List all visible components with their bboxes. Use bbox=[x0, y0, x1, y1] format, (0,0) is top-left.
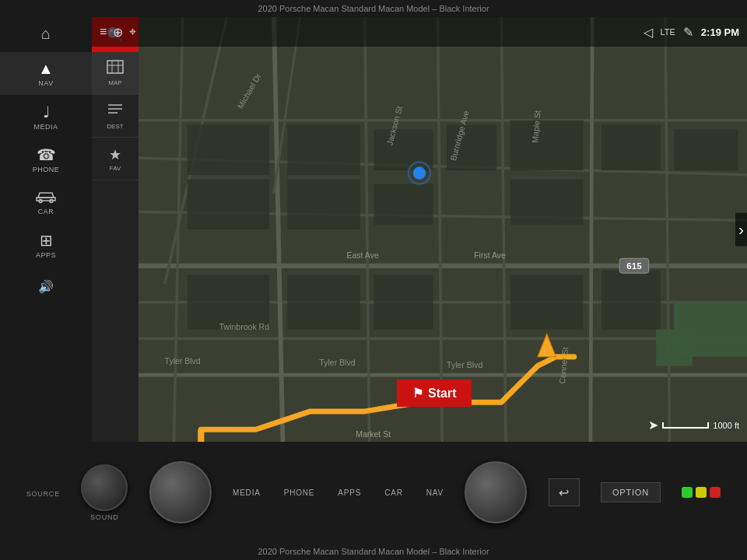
sidebar-item-nav[interactable]: ▲ NAV bbox=[0, 52, 92, 95]
sidebar-item-volume[interactable]: 🔊 bbox=[0, 266, 92, 309]
map-label: MAP bbox=[108, 79, 121, 86]
scale-bar: ➤ 1000 ft bbox=[648, 418, 739, 432]
apps-label: APPS bbox=[36, 251, 56, 259]
svg-line-22 bbox=[591, 17, 592, 442]
bottom-nav-nav[interactable]: NAV bbox=[426, 488, 444, 497]
inner-item-map[interactable]: MAP bbox=[92, 52, 139, 95]
svg-rect-38 bbox=[287, 275, 360, 329]
menu-icon[interactable]: ≡ bbox=[100, 25, 107, 39]
svg-rect-39 bbox=[374, 275, 433, 329]
svg-rect-33 bbox=[188, 180, 269, 229]
watermark-bottom: 2020 Porsche Macan Standard Macan Model … bbox=[0, 543, 747, 560]
inner-sidebar: 🔍 MAP bbox=[92, 17, 139, 442]
start-button[interactable]: ⚑ Start bbox=[397, 380, 472, 407]
time-display: 2:19 PM bbox=[701, 26, 739, 38]
main-knob-group bbox=[149, 461, 212, 523]
main-knob[interactable] bbox=[149, 461, 212, 523]
sidebar-item-media[interactable]: ♩ MEDIA bbox=[0, 95, 92, 138]
svg-text:615: 615 bbox=[626, 261, 642, 271]
toolbar-right: ◁ LTE ✎ 2:19 PM bbox=[644, 25, 740, 40]
svg-rect-2 bbox=[107, 61, 123, 73]
fav-label: FAV bbox=[110, 165, 121, 172]
source-group: SOURCE bbox=[26, 488, 60, 498]
right-knob-group bbox=[465, 461, 527, 523]
bottom-nav-media[interactable]: MEDIA bbox=[233, 488, 261, 497]
svg-text:Tyler Blvd: Tyler Blvd bbox=[319, 358, 355, 367]
svg-rect-35 bbox=[374, 184, 433, 226]
bottom-nav-apps[interactable]: APPS bbox=[338, 488, 361, 497]
nav-icon: ▲ bbox=[38, 60, 54, 78]
svg-text:Twinbrook Rd: Twinbrook Rd bbox=[219, 322, 269, 331]
sidebar-item-car[interactable]: CAR bbox=[0, 180, 92, 223]
fav-icon: ★ bbox=[109, 146, 121, 163]
svg-text:East Ave: East Ave bbox=[346, 250, 378, 260]
bottom-nav-phone[interactable]: PHONE bbox=[284, 488, 315, 497]
sidebar-item-apps[interactable]: ⊞ APPS bbox=[0, 223, 92, 266]
dest-label: DEST bbox=[107, 123, 123, 130]
screen: ⌂ ▲ NAV ♩ MEDIA ☎ PHONE bbox=[0, 17, 747, 543]
map-right-button[interactable]: › bbox=[735, 213, 747, 247]
poi-icon[interactable]: ⌖ bbox=[129, 25, 136, 39]
map-svg: 615 Michael Dr Springvalley Jackson St B… bbox=[92, 17, 747, 442]
led-yellow bbox=[696, 487, 707, 498]
scale-text: 1000 ft bbox=[713, 421, 739, 430]
sound-label: SOUND bbox=[90, 513, 119, 521]
scale-line bbox=[662, 422, 709, 429]
svg-rect-43 bbox=[656, 330, 693, 366]
inner-item-fav[interactable]: ★ FAV bbox=[92, 138, 139, 180]
toolbar-left: ≡ ⊕ ⌖ bbox=[100, 25, 136, 40]
svg-rect-41 bbox=[601, 271, 661, 330]
svg-text:Market St: Market St bbox=[356, 429, 391, 439]
sound-knob[interactable] bbox=[81, 464, 128, 511]
svg-text:Tyler Blvd: Tyler Blvd bbox=[447, 360, 482, 369]
media-label: MEDIA bbox=[33, 123, 58, 131]
apps-icon: ⊞ bbox=[40, 231, 53, 250]
right-knob[interactable] bbox=[465, 461, 527, 523]
watermark-top: 2020 Porsche Macan Standard Macan Model … bbox=[0, 0, 747, 17]
signal-icon: LTE bbox=[661, 27, 675, 37]
map-toolbar: ≡ ⊕ ⌖ ◁ LTE ✎ 2:19 PM bbox=[92, 17, 747, 47]
phone-label: PHONE bbox=[33, 166, 60, 173]
led-green bbox=[682, 487, 693, 498]
nav-label: NAV bbox=[38, 79, 53, 87]
physical-controls: SOURCE SOUND MEDIA PHONE APPS CAR bbox=[0, 442, 747, 543]
svg-rect-34 bbox=[287, 180, 360, 229]
led-red bbox=[710, 487, 721, 498]
option-button[interactable]: OPTION bbox=[601, 482, 661, 502]
svg-text:Tyler Blvd: Tyler Blvd bbox=[165, 356, 201, 366]
infotainment-display: ⌂ ▲ NAV ♩ MEDIA ☎ PHONE bbox=[0, 17, 747, 442]
back-button[interactable]: ↩ bbox=[549, 478, 580, 506]
svg-text:First Ave: First Ave bbox=[474, 250, 506, 260]
car-icon bbox=[35, 188, 57, 206]
bottom-nav-car[interactable]: CAR bbox=[384, 488, 403, 497]
nav-sidebar: ⌂ ▲ NAV ♩ MEDIA ☎ PHONE bbox=[0, 17, 92, 442]
compass-icon: ➤ bbox=[648, 418, 658, 432]
media-icon: ♩ bbox=[43, 103, 50, 121]
bottom-nav-labels: MEDIA PHONE APPS CAR NAV bbox=[233, 488, 444, 497]
start-flag-icon: ⚑ bbox=[412, 386, 423, 401]
svg-rect-31 bbox=[601, 125, 661, 170]
svg-rect-26 bbox=[188, 125, 269, 175]
led-indicators bbox=[682, 487, 721, 498]
svg-point-59 bbox=[413, 166, 426, 179]
route-icon[interactable]: ◁ bbox=[644, 25, 653, 40]
phone-icon: ☎ bbox=[37, 145, 56, 164]
svg-rect-30 bbox=[510, 121, 584, 170]
sidebar-item-home[interactable]: ⌂ bbox=[0, 17, 92, 52]
map-icon bbox=[107, 60, 124, 78]
back-icon: ↩ bbox=[559, 485, 569, 500]
source-label: SOURCE bbox=[26, 490, 60, 498]
inner-item-dest[interactable]: DEST bbox=[92, 95, 139, 138]
dest-icon bbox=[107, 102, 124, 121]
svg-rect-36 bbox=[510, 180, 584, 225]
layers-icon[interactable]: ⊕ bbox=[113, 25, 123, 40]
map-area: 615 Michael Dr Springvalley Jackson St B… bbox=[92, 17, 747, 442]
svg-rect-32 bbox=[674, 129, 738, 170]
sound-group: SOUND bbox=[81, 464, 128, 521]
volume-icon: 🔊 bbox=[38, 279, 54, 294]
sidebar-item-phone[interactable]: ☎ PHONE bbox=[0, 138, 92, 180]
home-icon: ⌂ bbox=[41, 25, 51, 43]
edit-icon[interactable]: ✎ bbox=[683, 25, 693, 40]
svg-rect-27 bbox=[287, 125, 360, 175]
car-label: CAR bbox=[38, 208, 54, 215]
